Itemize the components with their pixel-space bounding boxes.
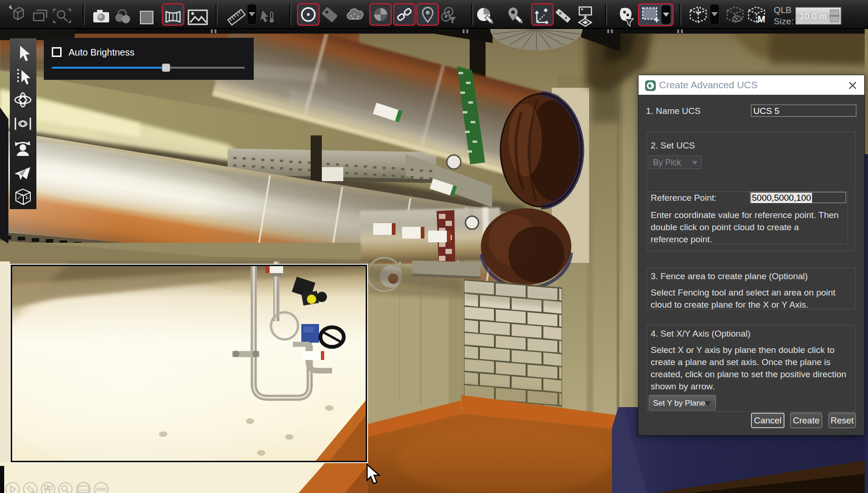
svg-text:Size:: Size: <box>774 16 793 26</box>
svg-text:10.0 m: 10.0 m <box>799 11 826 21</box>
svg-text:M: M <box>757 14 765 24</box>
svg-text:QLB: QLB <box>774 5 792 15</box>
